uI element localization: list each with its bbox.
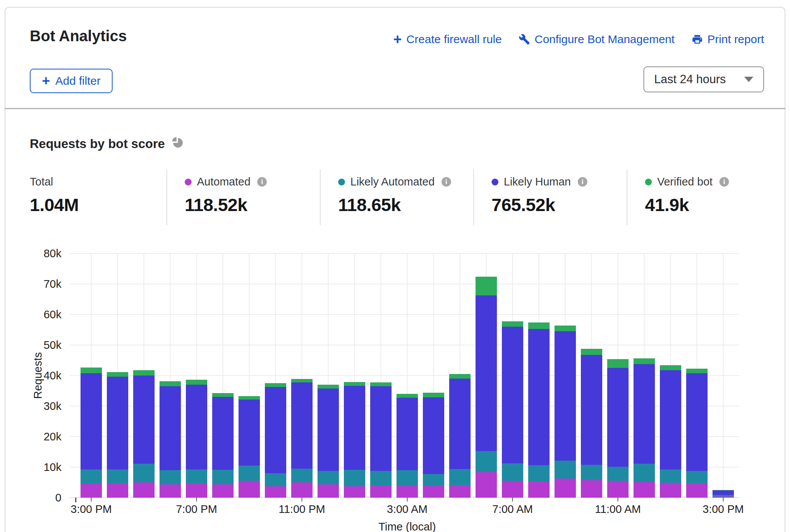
segment-automated bbox=[212, 484, 234, 498]
segment-verified-bot bbox=[265, 383, 286, 387]
stats-row: Total 1.04M Automatedi118.52kLikely Auto… bbox=[30, 169, 780, 225]
print-report-link[interactable]: Print report bbox=[692, 33, 764, 46]
bar-600am[interactable] bbox=[476, 277, 497, 498]
bar-100am[interactable] bbox=[344, 382, 365, 498]
segment-automated bbox=[686, 483, 708, 498]
segment-likely-human bbox=[397, 398, 418, 470]
bar-1100am[interactable] bbox=[607, 359, 629, 498]
bar-100pm[interactable] bbox=[660, 365, 681, 498]
segment-likely-human bbox=[476, 295, 497, 451]
segment-likely-automated bbox=[476, 451, 497, 472]
bar-700pm[interactable] bbox=[186, 380, 207, 498]
bar-900am[interactable] bbox=[555, 326, 576, 498]
bar-300am[interactable] bbox=[397, 394, 418, 498]
segment-verified-bot bbox=[107, 372, 128, 377]
gridline-v bbox=[723, 253, 724, 498]
bot-analytics-card: Bot Analytics + Create firewall rule Con… bbox=[5, 7, 785, 532]
bar-300pm[interactable] bbox=[713, 490, 734, 498]
stat-value: 765.52k bbox=[492, 194, 627, 215]
bar-200am[interactable] bbox=[370, 382, 392, 498]
x-tick-label: 11:00 AM bbox=[595, 503, 641, 516]
segment-automated bbox=[502, 481, 523, 498]
bar-500am[interactable] bbox=[449, 374, 471, 498]
segment-automated bbox=[555, 479, 576, 498]
bar-1100pm[interactable] bbox=[291, 379, 313, 498]
page-title: Bot Analytics bbox=[30, 27, 127, 45]
segment-verified-bot bbox=[476, 277, 497, 295]
segment-automated bbox=[581, 480, 602, 498]
segment-automated bbox=[81, 484, 102, 498]
bar-700am[interactable] bbox=[502, 321, 523, 498]
bar-400pm[interactable] bbox=[107, 372, 128, 498]
segment-verified-bot bbox=[239, 396, 260, 400]
segment-automated bbox=[186, 483, 207, 498]
configure-bot-management-link[interactable]: Configure Bot Management bbox=[519, 33, 675, 46]
segment-likely-automated bbox=[265, 473, 286, 486]
info-icon[interactable]: i bbox=[257, 177, 267, 187]
stat-label: Automated bbox=[197, 176, 250, 188]
printer-icon bbox=[692, 34, 703, 45]
bar-1000am[interactable] bbox=[581, 349, 602, 498]
bar-800pm[interactable] bbox=[212, 393, 234, 498]
segment-likely-human bbox=[133, 376, 155, 464]
add-filter-button[interactable]: + Add filter bbox=[30, 69, 113, 93]
segment-automated bbox=[133, 482, 155, 498]
segment-likely-human bbox=[555, 331, 576, 461]
stat-likely-human: Likely Humani765.52k bbox=[473, 169, 627, 225]
bar-500pm[interactable] bbox=[133, 370, 155, 498]
wrench-icon bbox=[519, 34, 530, 45]
segment-verified-bot bbox=[555, 326, 576, 331]
segment-likely-human bbox=[81, 373, 102, 470]
bar-400am[interactable] bbox=[423, 393, 444, 498]
segment-verified-bot bbox=[423, 393, 444, 397]
segment-likely-automated bbox=[555, 461, 576, 478]
segment-automated bbox=[660, 483, 681, 498]
y-tick-label: 50k bbox=[22, 339, 61, 351]
segment-likely-automated bbox=[660, 469, 681, 482]
bar-200pm[interactable] bbox=[686, 369, 708, 498]
segment-likely-automated bbox=[686, 471, 708, 483]
y-axis-title: Requests bbox=[32, 352, 44, 399]
segment-automated bbox=[265, 486, 286, 498]
x-tick-label: 7:00 PM bbox=[176, 503, 217, 516]
segment-likely-automated bbox=[528, 465, 550, 481]
segment-likely-human bbox=[528, 329, 550, 466]
stat-likely-automated: Likely Automatedi118.65k bbox=[320, 169, 473, 225]
bar-1200am[interactable] bbox=[318, 385, 339, 498]
segment-automated bbox=[423, 486, 444, 498]
bar-1000pm[interactable] bbox=[265, 383, 286, 498]
bar-1200pm[interactable] bbox=[634, 358, 655, 498]
y-tick-label: 70k bbox=[22, 278, 61, 290]
x-tick bbox=[91, 498, 92, 501]
chevron-down-icon bbox=[744, 77, 753, 82]
bar-600pm[interactable] bbox=[160, 381, 181, 498]
info-icon[interactable]: i bbox=[719, 177, 729, 187]
segment-automated bbox=[160, 484, 181, 498]
bar-900pm[interactable] bbox=[239, 396, 260, 498]
y-tick-label: 0 bbox=[22, 492, 61, 504]
time-range-select[interactable]: Last 24 hours bbox=[643, 66, 764, 92]
segment-automated bbox=[344, 486, 365, 498]
segment-likely-human bbox=[660, 370, 681, 469]
segment-likely-human bbox=[713, 490, 734, 495]
bar-800am[interactable] bbox=[528, 322, 550, 498]
x-tick-label: 7:00 AM bbox=[492, 503, 533, 516]
x-axis-title: Time (local) bbox=[379, 521, 436, 532]
segment-likely-human bbox=[186, 385, 207, 469]
segment-verified-bot bbox=[397, 394, 418, 398]
segment-likely-human bbox=[160, 386, 181, 470]
info-icon[interactable]: i bbox=[578, 177, 587, 187]
segment-likely-automated bbox=[370, 471, 392, 485]
y-tick-label: 30k bbox=[22, 400, 61, 412]
segment-verified-bot bbox=[660, 365, 681, 371]
bar-300pm[interactable] bbox=[81, 368, 102, 498]
section-title-text: Requests by bot score bbox=[30, 137, 165, 151]
stat-value: 118.52k bbox=[185, 194, 320, 215]
segment-likely-human bbox=[107, 377, 128, 469]
stat-total-value: 1.04M bbox=[30, 194, 166, 215]
segment-likely-automated bbox=[107, 469, 128, 484]
segment-likely-human bbox=[212, 397, 234, 470]
segment-likely-human bbox=[449, 379, 471, 469]
create-firewall-rule-link[interactable]: + Create firewall rule bbox=[393, 33, 501, 46]
info-icon[interactable]: i bbox=[442, 177, 451, 187]
